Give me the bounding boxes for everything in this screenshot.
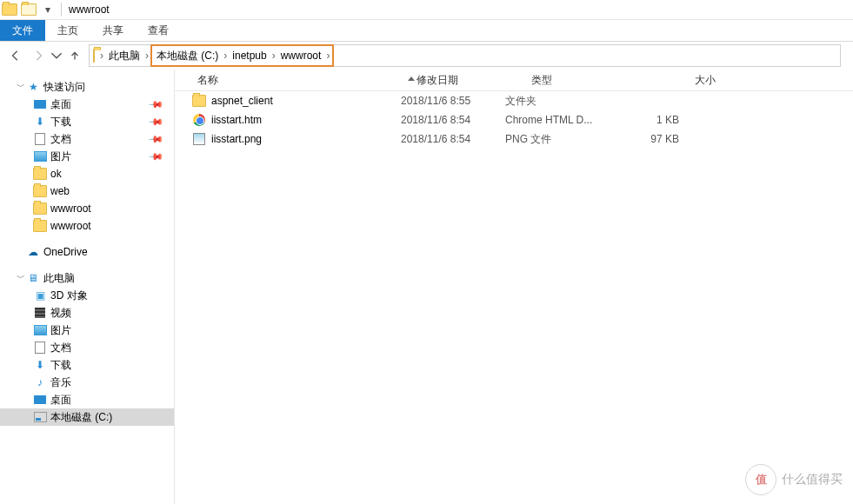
chevron-right-icon[interactable]: › xyxy=(270,46,277,65)
sidebar-label: 下载 xyxy=(50,115,71,129)
sidebar-3dobjects[interactable]: ▣3D 对象 xyxy=(0,287,174,304)
quick-access-toolbar-icon[interactable] xyxy=(21,2,37,17)
breadcrumb-highlight: 本地磁盘 (C:) › inetpub › wwwroot › xyxy=(150,44,334,67)
qat-dropdown-icon[interactable]: ▾ xyxy=(40,2,56,17)
sidebar-label: web xyxy=(50,185,70,197)
sidebar-label: 3D 对象 xyxy=(50,288,88,303)
sidebar-documents-2[interactable]: 文档 xyxy=(0,339,174,356)
desktop-icon xyxy=(33,97,47,111)
file-date: 2018/11/6 8:54 xyxy=(401,114,505,126)
up-button[interactable] xyxy=(64,45,85,66)
sidebar-wwwroot-2[interactable]: wwwroot xyxy=(0,217,174,235)
ribbon-tabs: 文件 主页 共享 查看 xyxy=(0,20,853,42)
sidebar-label: 图片 xyxy=(50,149,71,164)
file-row[interactable]: aspnet_client 2018/11/6 8:55 文件夹 xyxy=(175,91,853,110)
col-type[interactable]: 类型 xyxy=(526,73,650,88)
sidebar-documents[interactable]: 文档📌 xyxy=(0,130,174,148)
watermark-text: 什么值得买 xyxy=(782,472,843,487)
disk-icon xyxy=(33,410,47,424)
sidebar-thispc[interactable]: ﹀🖥此电脑 xyxy=(0,269,174,287)
file-date: 2018/11/6 8:54 xyxy=(401,133,505,145)
sidebar-label: 文档 xyxy=(50,132,71,147)
menu-share[interactable]: 共享 xyxy=(90,20,136,41)
back-button[interactable] xyxy=(5,45,26,66)
pin-icon: 📌 xyxy=(147,148,163,164)
sidebar-label: 桌面 xyxy=(50,393,71,408)
folder-icon xyxy=(192,94,206,108)
sidebar-downloads-2[interactable]: ⬇下载 xyxy=(0,356,174,374)
sidebar-label: 图片 xyxy=(50,323,71,338)
cloud-icon: ☁ xyxy=(26,245,40,259)
column-headers: 名称 修改日期 类型 大小 xyxy=(175,70,853,91)
sidebar-pictures-2[interactable]: 图片 xyxy=(0,322,174,339)
sidebar-label: 下载 xyxy=(50,358,71,373)
sidebar-label: 文档 xyxy=(50,341,71,355)
menu-home[interactable]: 主页 xyxy=(45,20,90,41)
col-size[interactable]: 大小 xyxy=(650,73,721,88)
address-folder-icon xyxy=(93,50,95,62)
film-icon xyxy=(33,306,47,320)
pin-icon: 📌 xyxy=(147,113,163,129)
crumb-wwwroot[interactable]: wwwroot xyxy=(277,46,325,65)
crumb-disk[interactable]: 本地磁盘 (C:) xyxy=(153,46,222,65)
sidebar-ok[interactable]: ok xyxy=(0,165,174,182)
history-dropdown-icon[interactable] xyxy=(50,45,63,66)
address-bar[interactable]: › 此电脑 › 本地磁盘 (C:) › inetpub › wwwroot › xyxy=(89,44,841,67)
sidebar-music[interactable]: ♪音乐 xyxy=(0,374,174,391)
file-date: 2018/11/6 8:55 xyxy=(401,95,505,107)
sidebar-disk-c[interactable]: 本地磁盘 (C:) xyxy=(0,408,174,426)
sidebar-onedrive[interactable]: ☁OneDrive xyxy=(0,243,174,261)
menu-view[interactable]: 查看 xyxy=(136,20,181,41)
app-folder-icon xyxy=(2,2,17,17)
chevron-right-icon[interactable]: › xyxy=(143,45,150,66)
menu-file[interactable]: 文件 xyxy=(0,20,45,41)
forward-button[interactable] xyxy=(28,45,49,66)
download-icon: ⬇ xyxy=(33,115,47,129)
sidebar-web[interactable]: web xyxy=(0,182,174,200)
crumb-thispc[interactable]: 此电脑 xyxy=(105,45,143,66)
watermark-logo-icon: 值 xyxy=(745,464,776,495)
image-file-icon xyxy=(192,132,206,146)
col-name[interactable]: 名称 xyxy=(192,73,411,88)
sidebar-quick-access[interactable]: ﹀★快速访问 xyxy=(0,78,174,96)
pin-icon: 📌 xyxy=(147,130,163,147)
watermark: 值 什么值得买 xyxy=(745,464,843,495)
file-row[interactable]: iisstart.htm 2018/11/6 8:54 Chrome HTML … xyxy=(175,110,853,129)
crumb-inetpub[interactable]: inetpub xyxy=(229,46,270,65)
sidebar-wwwroot-1[interactable]: wwwroot xyxy=(0,200,174,217)
nav-sidebar: ﹀★快速访问 桌面📌 ⬇下载📌 文档📌 图片📌 ok web wwwroot w… xyxy=(0,70,175,504)
sidebar-label: OneDrive xyxy=(43,246,88,258)
file-name: aspnet_client xyxy=(211,95,273,107)
sidebar-label: wwwroot xyxy=(50,220,91,232)
file-name: iisstart.htm xyxy=(211,114,262,126)
cube-icon: ▣ xyxy=(33,288,47,302)
file-size: 97 KB xyxy=(618,133,679,145)
file-list-pane: 名称 修改日期 类型 大小 aspnet_client 2018/11/6 8:… xyxy=(175,70,853,504)
sidebar-label: 视频 xyxy=(50,306,71,321)
chevron-right-icon[interactable]: › xyxy=(324,46,331,65)
sidebar-label: 快速访问 xyxy=(43,80,85,95)
col-date[interactable]: 修改日期 xyxy=(411,73,526,88)
chevron-right-icon[interactable]: › xyxy=(222,46,229,65)
sidebar-videos[interactable]: 视频 xyxy=(0,304,174,322)
folder-icon xyxy=(33,219,47,233)
document-icon xyxy=(33,132,47,146)
star-icon: ★ xyxy=(26,80,40,94)
title-divider xyxy=(61,3,62,17)
file-type: 文件夹 xyxy=(505,94,618,109)
folder-icon xyxy=(33,202,47,216)
sidebar-label: 此电脑 xyxy=(43,271,75,286)
sidebar-downloads[interactable]: ⬇下载📌 xyxy=(0,113,174,130)
folder-icon xyxy=(33,184,47,198)
sidebar-label: ok xyxy=(50,168,62,180)
file-row[interactable]: iisstart.png 2018/11/6 8:54 PNG 文件 97 KB xyxy=(175,129,853,149)
sidebar-label: wwwroot xyxy=(50,202,91,215)
sidebar-desktop[interactable]: 桌面📌 xyxy=(0,96,174,113)
sidebar-pictures[interactable]: 图片📌 xyxy=(0,148,174,165)
title-bar: ▾ wwwroot xyxy=(0,0,853,20)
file-type: PNG 文件 xyxy=(505,132,618,147)
picture-icon xyxy=(33,149,47,163)
file-name: iisstart.png xyxy=(211,133,262,145)
file-type: Chrome HTML D... xyxy=(505,114,618,126)
sidebar-desktop-2[interactable]: 桌面 xyxy=(0,391,174,408)
